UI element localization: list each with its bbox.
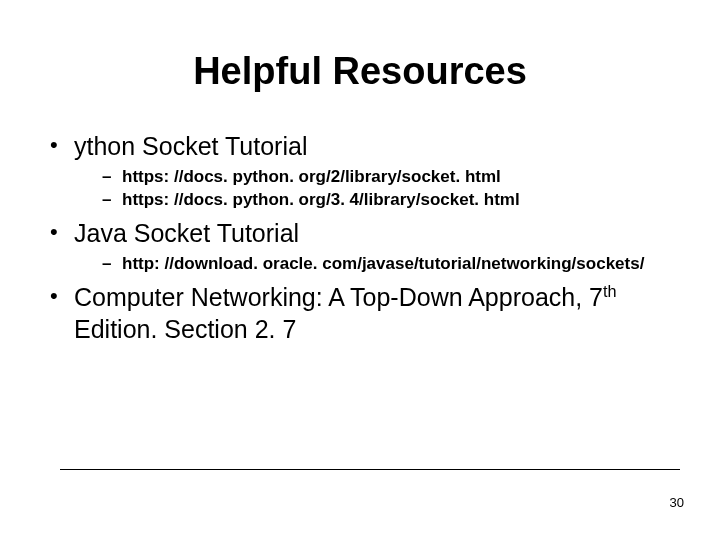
bullet-item-book: Computer Networking: A Top-Down Approach…: [48, 282, 672, 345]
bullet-item-python: ython Socket Tutorial https: //docs. pyt…: [48, 131, 672, 212]
sub-list: http: //download. oracle. com/javase/tut…: [74, 253, 672, 276]
slide: Helpful Resources ython Socket Tutorial …: [0, 0, 720, 540]
horizontal-rule: [60, 469, 680, 470]
bullet-text: Java Socket Tutorial: [74, 219, 299, 247]
bullet-item-java: Java Socket Tutorial http: //download. o…: [48, 218, 672, 276]
slide-title: Helpful Resources: [48, 50, 672, 93]
bullet-list: ython Socket Tutorial https: //docs. pyt…: [48, 131, 672, 345]
sub-item-url: https: //docs. python. org/3. 4/library/…: [102, 189, 672, 212]
sub-item-url: https: //docs. python. org/2/library/soc…: [102, 166, 672, 189]
bullet-text-post: Edition. Section 2. 7: [74, 315, 296, 343]
bullet-text: ython Socket Tutorial: [74, 132, 307, 160]
bullet-text-pre: Computer Networking: A Top-Down Approach…: [74, 283, 603, 311]
page-number: 30: [670, 495, 684, 510]
sub-item-url: http: //download. oracle. com/javase/tut…: [102, 253, 672, 276]
ordinal-suffix: th: [603, 282, 617, 300]
sub-list: https: //docs. python. org/2/library/soc…: [74, 166, 672, 212]
